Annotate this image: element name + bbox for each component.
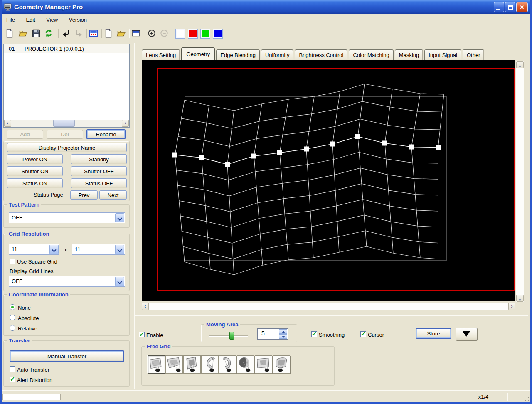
scroll-down-icon[interactable] <box>516 295 524 302</box>
coordinate-none-radio[interactable] <box>10 304 15 310</box>
menu-view[interactable]: View <box>42 14 62 26</box>
alert-distortion-checkbox[interactable] <box>10 377 15 382</box>
store-dropdown-button[interactable] <box>456 328 477 340</box>
tab-uniformity[interactable]: Uniformity <box>261 49 294 60</box>
rename-button[interactable]: Rename <box>86 129 126 139</box>
power-on-button[interactable]: Power ON <box>7 154 63 164</box>
white-swatch <box>177 30 184 37</box>
free-grid-mode-perspective-screen[interactable] <box>255 355 272 374</box>
resize-grip[interactable] <box>524 396 530 402</box>
tab-input-signal[interactable]: Input Signal <box>424 49 461 60</box>
menu-version[interactable]: Version <box>64 14 91 26</box>
projector-list[interactable]: 01PROJECTOR 1 (0.0.0.1) ‹ › <box>3 44 130 128</box>
manual-transfer-button[interactable]: Manual Transfer <box>10 350 124 362</box>
scroll-right-icon[interactable]: › <box>122 120 129 127</box>
store-button[interactable]: Store <box>416 328 451 339</box>
scroll-right-icon[interactable]: › <box>508 303 515 310</box>
add-button[interactable]: Add <box>7 130 43 139</box>
scroll-up-icon[interactable] <box>516 61 524 68</box>
menu-edit[interactable]: Edit <box>21 14 39 26</box>
grid-resolution-v-select[interactable]: 11 <box>72 244 125 255</box>
open-file-icon[interactable] <box>18 29 28 39</box>
zoom-in-icon[interactable] <box>147 29 157 39</box>
standby-button[interactable]: Standby <box>71 154 127 164</box>
projector-control-group: Display Projector Name Power ON Standby … <box>3 141 130 201</box>
chevron-down-icon[interactable] <box>115 245 124 254</box>
divider <box>135 315 528 316</box>
zoom-level-indicator: x1/4 <box>461 394 506 400</box>
scroll-thumb[interactable] <box>53 120 75 127</box>
use-square-grid-checkbox[interactable] <box>10 259 15 264</box>
tab-color-matching[interactable]: Color Matching <box>349 49 393 60</box>
enable-checkbox[interactable] <box>139 332 145 337</box>
prev-button[interactable]: Prev <box>70 190 98 200</box>
tab-brightness-control[interactable]: Brightness Control <box>295 49 347 60</box>
free-grid-mode-angled-screen[interactable] <box>183 355 201 374</box>
free-grid-mode-curved-screen-left[interactable] <box>219 355 236 374</box>
grid-resolution-h-select[interactable]: 11 <box>9 244 59 255</box>
redo-icon[interactable] <box>74 29 84 39</box>
display-grid-lines-value: OFF <box>12 278 22 284</box>
smoothing-checkbox[interactable] <box>311 331 317 337</box>
auto-transfer-checkbox[interactable] <box>10 366 15 372</box>
title-bar[interactable]: Geometry Manager Pro ✕ <box>0 0 532 14</box>
save-icon[interactable] <box>32 29 42 39</box>
display-projector-name-button[interactable]: Display Projector Name <box>7 143 127 152</box>
chevron-down-icon[interactable] <box>49 245 59 254</box>
color-red-button[interactable] <box>188 29 198 39</box>
tab-masking[interactable]: Masking <box>395 49 423 60</box>
tab-geometry[interactable]: Geometry <box>181 47 215 60</box>
undo-icon[interactable] <box>62 29 71 39</box>
coordinate-absolute-radio[interactable] <box>10 315 15 320</box>
geometry-canvas[interactable] <box>142 60 515 301</box>
canvas-vscrollbar[interactable] <box>516 61 524 302</box>
next-button[interactable]: Next <box>99 190 127 200</box>
scroll-left-icon[interactable]: ‹ <box>4 120 11 127</box>
color-green-button[interactable] <box>200 29 210 39</box>
close-button[interactable]: ✕ <box>516 2 528 12</box>
free-grid-mode-flat-screen[interactable] <box>148 355 165 374</box>
moving-area-spinner[interactable]: 5 <box>257 328 288 340</box>
maximize-button[interactable] <box>505 2 515 12</box>
chevron-down-icon[interactable] <box>115 213 124 222</box>
color-white-button[interactable] <box>175 29 185 39</box>
canvas-hscrollbar[interactable]: ‹ › <box>142 303 515 310</box>
spinner-down-icon[interactable] <box>279 334 287 339</box>
free-grid-mode-curved-screen-right[interactable] <box>201 355 219 374</box>
display-grid-lines-select[interactable]: OFF <box>9 276 125 287</box>
projector-number: 01 <box>9 46 25 52</box>
del-button[interactable]: Del <box>47 130 83 139</box>
color-blue-button[interactable] <box>213 29 223 39</box>
projector-list-hscrollbar[interactable]: ‹ › <box>4 120 129 127</box>
coordinate-relative-radio[interactable] <box>10 325 15 331</box>
distortion-grid[interactable] <box>142 60 515 301</box>
projector-list-item[interactable]: 01PROJECTOR 1 (0.0.0.1) <box>4 44 129 53</box>
moving-area-slider-track[interactable] <box>209 335 248 337</box>
open-layout-icon[interactable] <box>116 29 126 39</box>
refresh-icon[interactable] <box>44 29 54 39</box>
spinner-up-icon[interactable] <box>279 329 287 334</box>
zoom-out-icon[interactable] <box>160 29 170 39</box>
chevron-down-icon[interactable] <box>115 277 124 286</box>
free-grid-mode-warped-screen[interactable] <box>273 355 290 374</box>
free-grid-mode-dome-screen[interactable] <box>237 355 254 374</box>
scroll-left-icon[interactable]: ‹ <box>142 303 149 310</box>
menu-file[interactable]: File <box>2 14 20 26</box>
cursor-checkbox[interactable] <box>360 331 366 337</box>
free-grid-mode-tilted-screen[interactable] <box>165 355 183 374</box>
status-on-button[interactable]: Status ON <box>7 178 63 188</box>
shutter-on-button[interactable]: Shutter ON <box>7 166 63 176</box>
tab-lens-setting[interactable]: Lens Setting <box>142 49 180 60</box>
status-page-label: Status Page <box>34 192 63 198</box>
window-view-icon[interactable] <box>131 29 141 39</box>
test-pattern-select[interactable]: OFF <box>9 212 125 223</box>
new-layout-icon[interactable] <box>104 29 114 39</box>
status-off-button[interactable]: Status OFF <box>71 178 127 188</box>
shutter-off-button[interactable]: Shutter OFF <box>71 166 127 176</box>
tab-edge-blending[interactable]: Edge Blending <box>216 49 260 60</box>
projector-panel-icon[interactable] <box>89 29 99 39</box>
moving-area-slider-thumb[interactable] <box>229 332 234 340</box>
tab-other[interactable]: Other <box>463 49 485 60</box>
new-file-icon[interactable] <box>5 29 15 39</box>
minimize-button[interactable] <box>494 2 504 12</box>
